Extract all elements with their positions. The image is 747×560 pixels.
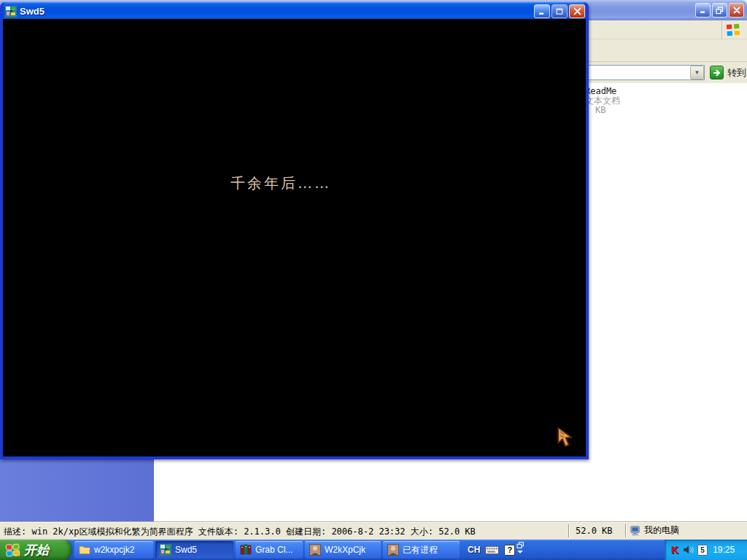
game-close-button[interactable] [569,4,585,18]
start-button-label: 开始 [24,542,49,559]
taskbar-item-label: Swd5 [175,545,197,555]
portrait-icon [309,544,321,556]
game-titlebar[interactable]: Swd5 [3,2,586,19]
taskbar-item-label: 已有进程 [403,544,438,556]
address-dropdown-button[interactable]: ▼ [690,66,704,79]
taskbar-item-processes[interactable]: 已有进程 [383,541,460,559]
keyboard-icon[interactable] [485,545,499,555]
desktop-screen: ▼ 转到 ReadMe 文本文档 KB 描述: win 2k/xp区域模拟和化繁… [0,0,747,560]
go-button[interactable]: 转到 [710,65,746,80]
game-maximize-button[interactable] [551,4,568,18]
game-minimize-button[interactable] [534,4,550,18]
file-list-item[interactable]: ReadMe 文本文档 KB [585,87,731,115]
statusbar-location-label: 我的电脑 [644,524,679,537]
taskbar-item-w2kxpcjk2[interactable]: w2kxpcjk2 [74,541,153,559]
go-button-label: 转到 [727,66,746,79]
close-icon [573,7,581,15]
calendar-day: 5 [700,546,705,554]
minimize-icon [538,8,546,15]
file-type: 文本文档 [585,96,731,106]
restore-icon [716,7,724,15]
taskbar-item-label: w2kxpcjk2 [94,545,134,555]
explorer-restore-button[interactable] [712,3,727,18]
system-tray: K 5 19:25 [665,540,747,560]
help-icon[interactable]: ? [504,545,515,556]
taskbar-item-grab[interactable]: Grab Cl... [236,541,303,559]
help-glyph: ? [507,545,512,554]
statusbar-description: 描述: win 2k/xp区域模拟和化繁为简界面程序 文件版本: 2.1.3.0… [4,526,476,538]
taskbar-item-swd5[interactable]: Swd5 [155,541,233,559]
go-arrow-icon [710,66,724,79]
language-indicator[interactable]: CH [468,545,480,555]
antivirus-tray-icon[interactable]: K [671,544,678,556]
taskbar-item-w2kxpcjk[interactable]: W2kXpCjk [305,541,381,559]
game-window: Swd5 千余年后…… [0,2,589,459]
statusbar-separator [568,524,570,537]
tray-clock: 19:25 [713,545,735,555]
calendar-tray-icon[interactable]: 5 [697,545,708,556]
swd5-game-icon [160,544,171,556]
language-bar: CH ? [468,540,515,560]
taskbar-item-label: W2kXpCjk [325,545,365,555]
chevron-down-icon: ▼ [694,69,700,76]
game-cursor-icon [555,426,578,451]
statusbar-separator [625,524,627,537]
windows-flag-icon [5,542,20,558]
taskbar-buttons: w2kxpcjk2 Swd5 [74,541,460,559]
statusbar-file-size: 52.0 KB [576,526,613,536]
explorer-minimize-button[interactable] [695,3,711,18]
minimize-icon [700,7,707,14]
explorer-statusbar: 描述: win 2k/xp区域模拟和化繁为简界面程序 文件版本: 2.1.3.0… [0,521,747,540]
language-bar-controls [515,542,525,553]
portrait-icon [387,544,399,556]
start-button[interactable]: 开始 [0,540,71,560]
game-window-title: Swd5 [20,6,534,17]
game-app-icon [5,6,17,18]
explorer-close-button[interactable] [729,3,744,18]
file-size: KB [585,106,731,115]
game-content-area[interactable]: 千余年后…… [3,19,586,456]
books-icon [240,544,252,556]
volume-icon[interactable] [682,544,694,556]
taskbar: 开始 w2kxpcjk2 Swd5 [0,540,747,560]
folder-icon [79,544,90,556]
maximize-icon [556,8,563,15]
game-story-text: 千余年后…… [231,174,331,193]
my-computer-icon [630,525,641,536]
restore-toolbar-icon[interactable] [516,542,525,549]
statusbar-location: 我的电脑 [630,524,679,537]
taskbar-item-label: Grab Cl... [255,545,293,555]
windows-logo-icon [721,21,743,39]
chevron-down-icon[interactable] [517,551,523,553]
close-icon [733,7,740,14]
